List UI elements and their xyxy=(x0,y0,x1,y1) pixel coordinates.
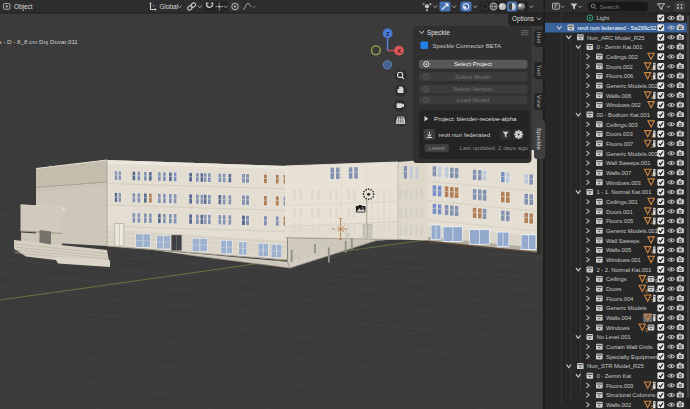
svg-text:Floors.005: Floors.005 xyxy=(606,218,634,224)
svg-text:Wall Sweeps: Wall Sweeps xyxy=(606,238,639,244)
svg-text:Doors.001: Doors.001 xyxy=(606,209,633,215)
svg-text:Ceilings.003: Ceilings.003 xyxy=(606,122,639,128)
svg-text:Doors: Doors xyxy=(606,286,622,292)
svg-text:Windows.002: Windows.002 xyxy=(606,102,641,108)
svg-text:Generic Models: Generic Models xyxy=(606,305,647,311)
svg-text:Generic Models.001: Generic Models.001 xyxy=(606,228,658,234)
svg-text:Windows.003: Windows.003 xyxy=(606,180,642,186)
svg-text:Specialty Equipment: Specialty Equipment xyxy=(606,354,659,360)
svg-text:Walls.002: Walls.002 xyxy=(606,402,631,408)
svg-text:Floors.003: Floors.003 xyxy=(606,383,634,389)
svg-text:Generic Models.003: Generic Models.003 xyxy=(606,151,659,157)
svg-text:No Level.001: No Level.001 xyxy=(597,334,631,340)
svg-text:Walls.005: Walls.005 xyxy=(606,247,632,253)
svg-text:Nun_STR Model_R25: Nun_STR Model_R25 xyxy=(587,363,645,369)
svg-text:Doors.002: Doors.002 xyxy=(606,64,633,70)
svg-text:Ceilings.001: Ceilings.001 xyxy=(606,199,638,205)
svg-text:Walls.004: Walls.004 xyxy=(606,315,632,321)
svg-text:2 - 2. Normal Kat.001: 2 - 2. Normal Kat.001 xyxy=(597,267,652,273)
svg-text:Nun_ARC Model_R25: Nun_ARC Model_R25 xyxy=(587,35,645,41)
svg-text:Search: Search xyxy=(600,3,620,10)
svg-text:Ceilings.002: Ceilings.002 xyxy=(606,54,638,60)
svg-text:Doors.003: Doors.003 xyxy=(606,131,634,137)
svg-text:1 - 1. Normal Kat.001: 1 - 1. Normal Kat.001 xyxy=(597,189,652,195)
svg-text:00 - Bodrum Kat.001: 00 - Bodrum Kat.001 xyxy=(597,112,650,118)
svg-text:Walls.006: Walls.006 xyxy=(606,93,632,99)
svg-text:Structural Columns.0: Structural Columns.0 xyxy=(606,392,661,398)
svg-text:Light: Light xyxy=(597,15,610,21)
svg-text:Windows.001: Windows.001 xyxy=(606,257,641,263)
svg-text:Wall Sweeps.001: Wall Sweeps.001 xyxy=(606,160,651,166)
svg-text:revit nun federated - 5a299c32: revit nun federated - 5a299c32 xyxy=(578,25,657,31)
svg-text:Floors.007: Floors.007 xyxy=(606,141,633,147)
svg-text:0 - Zemin Kat.001: 0 - Zemin Kat.001 xyxy=(597,44,643,50)
svg-text:Ceilings: Ceilings xyxy=(606,276,627,282)
svg-text:Floors.004: Floors.004 xyxy=(606,296,634,302)
svg-text:Windows: Windows xyxy=(606,325,630,331)
svg-text:Generic Models.002: Generic Models.002 xyxy=(606,83,658,89)
svg-text:Walls.007: Walls.007 xyxy=(606,170,631,176)
svg-text:Floors.006: Floors.006 xyxy=(606,73,634,79)
svg-text:Curtain Wall Grids: Curtain Wall Grids xyxy=(606,344,653,350)
svg-text:0 - Zemin Kat: 0 - Zemin Kat xyxy=(597,373,632,379)
